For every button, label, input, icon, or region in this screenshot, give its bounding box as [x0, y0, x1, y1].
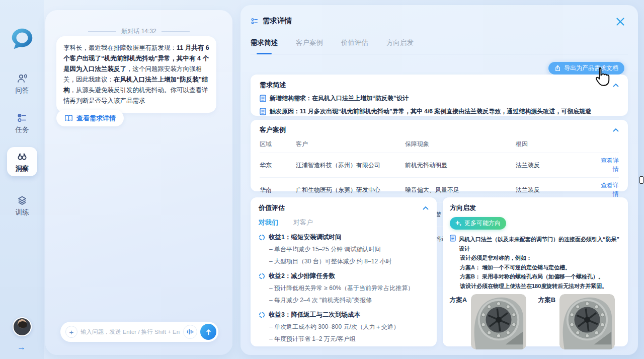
layers-icon: [16, 194, 28, 206]
table-header-row: 区域客户保障现象根因: [260, 136, 619, 153]
tab-bar: 需求简述客户案例价值评估方向启发: [251, 38, 628, 54]
benefit-point: – 单次返工成本约 300–800 元/次（人力＋交通）: [269, 323, 429, 331]
book-icon: [64, 114, 73, 122]
attach-plus-icon[interactable]: +: [65, 326, 77, 338]
view-case-detail-link[interactable]: 查看详情: [596, 157, 619, 174]
sidebar-item-insight[interactable]: 洞察: [7, 147, 37, 176]
value-card-title: 价值评估: [259, 203, 285, 212]
fan-flange-photo: [559, 294, 615, 349]
view-detail-label: 查看需求详情: [76, 114, 116, 123]
view-requirement-detail-button[interactable]: 查看需求详情: [56, 110, 124, 126]
plan-label: 方案A: [450, 296, 467, 305]
requirement-detail-panel: 需求详情 需求简述客户案例价值评估方向启发 导出为产品需求文档 需求简述 新增结…: [240, 5, 638, 355]
arrow-up-icon: [205, 328, 212, 336]
chat-input-bar: +: [60, 322, 218, 342]
export-document-button[interactable]: 导出为产品需求文档: [548, 61, 625, 75]
more-directions-label: 更多可能方向: [464, 219, 501, 228]
value-subtab-1[interactable]: 对我们: [259, 218, 278, 227]
sidebar-collapse-icon[interactable]: →: [17, 342, 26, 352]
chat-input[interactable]: [80, 329, 180, 335]
sidebar-item-qa[interactable]: 问答: [0, 73, 44, 95]
cases-card-title: 客户案例: [260, 125, 286, 134]
binoculars-icon: [16, 151, 28, 163]
session-header: 新对话 14:32: [45, 27, 232, 36]
requirement-list-icon: [251, 17, 259, 25]
assistant-message-bubble: 李科长，最近我在排障数据里有新发现：11 月共有 6 个客户出现了“机壳前部机壳…: [56, 36, 216, 113]
sidebar-item-label: 问答: [16, 86, 29, 95]
direction-line: 设计必须是非对称的，例如：: [450, 253, 621, 263]
value-card: 价值评估 对我们对客户 收益1：缩短安装调试时间– 单台平均减少 15–25 分…: [251, 197, 437, 346]
table-row: 华东江浦智造科技（苏州）有限公司前机壳抖动明显法兰装反查看详情: [260, 153, 619, 177]
direction-line: 方案A： 增加一个不可逆的定位销与定位槽。: [450, 263, 621, 272]
sidebar-item-training[interactable]: 训练: [0, 194, 44, 217]
doc-icon: [450, 235, 456, 242]
checklist-icon: [16, 112, 28, 124]
benefit-group: 收益2：减少排障任务数– 预计降低相关异常 ≥ 60%（基于当前异常占比推算）–…: [259, 272, 429, 305]
direction-line: 该设计必须在物理上使法兰在180度旋转后无法对齐并紧固。: [450, 281, 621, 291]
voice-input-button[interactable]: [183, 325, 197, 339]
chat-panel: 新对话 14:32 李科长，最近我在排障数据里有新发现：11 月共有 6 个客户…: [45, 10, 232, 355]
benefit-point: – 每月减少 2–4 次 “前机壳抖动”类报修: [269, 296, 429, 305]
benefit-point: – 预计降低相关异常 ≥ 60%（基于当前异常占比推算）: [269, 284, 429, 293]
doc-icon: [260, 95, 266, 102]
export-label: 导出为产品需求文档: [564, 64, 618, 73]
sidebar: 问答 任务 洞察 训练 →: [0, 0, 44, 359]
benefit-point: – 单台平均减少 15–25 分钟 调试确认时间: [269, 245, 429, 254]
plan-label: 方案B: [538, 296, 555, 305]
chat-person-icon: [16, 73, 28, 85]
close-icon[interactable]: [616, 17, 625, 26]
benefit-point: – 大型项目（30 台）可整体减少 约 8–12 小时: [269, 257, 429, 266]
plan-option: 方案B: [538, 294, 615, 349]
app-logo-icon: [9, 25, 36, 52]
view-case-detail-link[interactable]: 查看详情: [596, 181, 619, 198]
sparkle-plus-icon: [455, 220, 462, 227]
chevron-up-icon[interactable]: [613, 83, 619, 87]
value-subtab-2[interactable]: 对客户: [293, 218, 313, 227]
panel-title: 需求详情: [263, 16, 292, 26]
tab-4[interactable]: 方向启发: [386, 38, 414, 47]
doc-icon: [260, 108, 266, 115]
sidebar-item-label: 任务: [16, 125, 29, 134]
fan-flange-photo: [471, 294, 526, 349]
sidebar-item-tasks[interactable]: 任务: [0, 112, 44, 134]
panel-header: 需求详情: [251, 16, 292, 26]
value-subtabs: 对我们对客户: [259, 218, 429, 227]
session-title: 新对话 14:32: [121, 27, 156, 36]
chevron-up-icon[interactable]: [613, 128, 619, 132]
cases-card: 客户案例 区域客户保障现象根因华东江浦智造科技（苏州）有限公司前机壳抖动明显法兰…: [251, 120, 628, 191]
summary-card: 需求简述 新增结构需求：在风机入口法兰上增加“防反装”设计触发原因：11 月多次…: [251, 75, 628, 116]
more-directions-button[interactable]: 更多可能方向: [450, 217, 506, 230]
sidebar-item-label: 洞察: [16, 164, 29, 173]
benefit-group: 收益1：缩短安装调试时间– 单台平均减少 15–25 分钟 调试确认时间– 大型…: [259, 233, 429, 266]
direction-card: 方向启发 更多可能方向 风机入口法兰（以及未来配套的调节门）的连接面必须引入“防…: [443, 197, 628, 346]
benefit-point: – 年度预计节省 1–2 万元/客户组: [269, 335, 429, 343]
app-window: 问答 任务 洞察 训练 →: [0, 0, 644, 359]
export-icon: [554, 65, 561, 71]
sidebar-item-label: 训练: [16, 208, 29, 217]
waveform-icon: [186, 328, 194, 336]
direction-line: 风机入口法兰（以及未来配套的调节门）的连接面必须引入“防呆”设计: [450, 235, 621, 253]
tab-3[interactable]: 价值评估: [341, 38, 368, 47]
tab-1[interactable]: 需求简述: [251, 38, 278, 47]
resize-grip[interactable]: [639, 176, 643, 184]
direction-line: 方案B： 采用非对称的螺栓孔布局（如偏移一个螺栓孔）。: [450, 272, 621, 281]
benefit-cycle-icon: [259, 273, 265, 279]
tab-2[interactable]: 客户案例: [296, 38, 323, 47]
direction-card-title: 方向启发: [450, 203, 476, 212]
chevron-up-icon[interactable]: [423, 206, 429, 210]
benefit-cycle-icon: [259, 234, 265, 241]
plan-option: 方案A: [450, 294, 526, 349]
chat-message-text: 李科长，最近我在排障数据里有新发现：11 月共有 6 个客户出现了“机壳前部机壳…: [63, 44, 209, 104]
summary-item: 新增结构需求：在风机入口法兰上增加“防反装”设计: [260, 94, 619, 103]
benefit-cycle-icon: [259, 312, 265, 318]
user-avatar[interactable]: [13, 317, 32, 336]
summary-card-title: 需求简述: [260, 81, 286, 90]
summary-item: 触发原因：11 月多次出现“机壳前部机壳抖动”异常，其中 4/6 案例直接由法兰…: [260, 107, 619, 116]
send-button[interactable]: [200, 324, 216, 340]
benefit-group: 收益3：降低返工与二次到场成本– 单次返工成本约 300–800 元/次（人力＋…: [259, 311, 429, 343]
